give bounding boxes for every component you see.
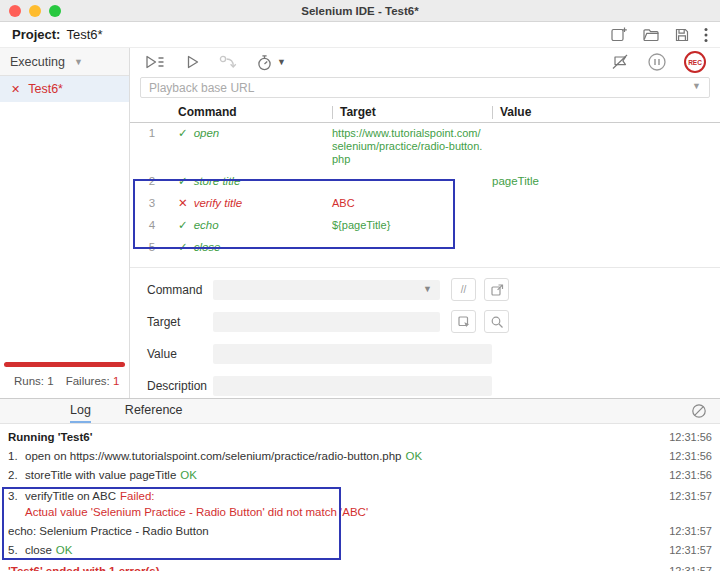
log-timestamp: 12:31:57 (669, 525, 712, 538)
pause-on-exceptions-button[interactable] (647, 52, 667, 72)
test-failed-x-icon: ✕ (11, 83, 20, 96)
test-sidebar: Executing ▼ ✕ Test6* Runs: 1 Failures: 1 (0, 48, 130, 398)
close-window-button[interactable] (9, 5, 21, 17)
row-target (332, 175, 492, 188)
main-panel: ▼ REC ▼ Command Target Value (130, 48, 720, 398)
log-entry-status: OK (406, 450, 423, 462)
command-row-3[interactable]: 3✕verify titleABC (130, 193, 720, 215)
test-list-item[interactable]: ✕ Test6* (0, 76, 129, 102)
window-controls (0, 5, 61, 17)
playback-url-row: ▼ (130, 76, 720, 102)
tab-log[interactable]: Log (70, 403, 91, 423)
row-number: 1 (130, 127, 174, 166)
log-entry-text: close (25, 544, 52, 556)
playback-toolbar: ▼ REC (130, 48, 720, 76)
log-entry: Running 'Test6'12:31:56 (0, 428, 720, 447)
command-table-body: 1✓openhttps://www.tutorialspoint.com/sel… (130, 123, 720, 259)
row-target: https://www.tutorialspoint.com/selenium/… (332, 127, 492, 166)
tests-dropdown-label: Executing (10, 55, 65, 69)
test-speed-control[interactable]: ▼ (256, 54, 286, 71)
command-select[interactable]: ▼ (213, 280, 440, 300)
target-input[interactable] (213, 312, 440, 332)
command-text: echo (194, 219, 219, 232)
row-number: 3 (130, 197, 174, 210)
select-target-button[interactable] (451, 310, 476, 333)
search-target-icon[interactable] (484, 310, 509, 333)
open-new-window-button[interactable] (484, 278, 509, 301)
command-row-5[interactable]: 5✓close (130, 237, 720, 259)
log-entry-status: OK (180, 469, 197, 481)
step-over-button[interactable] (219, 54, 237, 70)
log-entry-number: 5. (8, 544, 25, 557)
disable-breakpoints-button[interactable] (610, 53, 630, 71)
chevron-down-icon: ▼ (277, 57, 286, 67)
row-value: pageTitle (492, 175, 720, 188)
run-current-test-button[interactable] (185, 54, 200, 70)
value-input[interactable] (213, 344, 492, 364)
check-icon: ✓ (178, 219, 188, 232)
row-target: ${pageTitle} (332, 219, 492, 232)
zoom-window-button[interactable] (49, 5, 61, 17)
description-input[interactable] (213, 376, 492, 396)
run-all-tests-button[interactable] (144, 54, 166, 70)
command-row-4[interactable]: 4✓echo${pageTitle} (130, 215, 720, 237)
row-number: 5 (130, 241, 174, 254)
new-project-icon[interactable] (610, 26, 628, 43)
run-summary: Runs: 1 Failures: 1 (0, 362, 129, 398)
row-value (492, 197, 720, 210)
failures-count: Failures: 1 (66, 375, 120, 387)
row-value (492, 219, 720, 232)
row-value (492, 127, 720, 166)
log-entry-number: 2. (8, 469, 25, 482)
test-name: Test6* (28, 82, 63, 96)
log-entry-text: verifyTitle on ABC (25, 490, 116, 502)
row-command: ✓open (174, 127, 332, 166)
row-target (332, 241, 492, 254)
open-project-icon[interactable] (642, 27, 660, 42)
command-text: verify title (194, 197, 243, 210)
log-entry-status: Failed: (120, 490, 155, 502)
target-column-header: Target (332, 106, 492, 119)
row-command: ✕verify title (174, 197, 332, 210)
project-label: Project: (12, 27, 60, 42)
playback-url-input[interactable] (140, 77, 710, 98)
titlebar: Selenium IDE - Test6* (0, 0, 720, 22)
log-entry: 'Test6' ended with 1 error(s)12:31:57 (0, 562, 720, 571)
log-entry-text: open on https://www.tutorialspoint.com/s… (25, 450, 402, 462)
chevron-down-icon: ▼ (692, 81, 701, 91)
log-entry-number: 1. (8, 450, 25, 463)
command-text: close (194, 241, 221, 254)
log-entry: 5.closeOK12:31:57 (0, 541, 720, 560)
runs-count: Runs: 1 (14, 375, 54, 387)
row-value (492, 241, 720, 254)
minimize-window-button[interactable] (29, 5, 41, 17)
log-entries: Running 'Test6'12:31:561.open on https:/… (0, 424, 720, 571)
row-command: ✓echo (174, 219, 332, 232)
chevron-down-icon: ▼ (423, 284, 432, 294)
tests-dropdown[interactable]: Executing ▼ (0, 48, 129, 76)
save-project-icon[interactable] (674, 27, 690, 43)
annotation-box-log: 3.verifyTitle on ABCFailed:Actual value … (0, 487, 720, 560)
value-column-header: Value (492, 106, 720, 119)
comment-toggle-button[interactable]: // (451, 278, 476, 301)
value-field-label: Value (147, 347, 213, 361)
description-field-label: Description (147, 379, 213, 393)
command-text: open (194, 127, 220, 140)
log-timestamp: 12:31:56 (669, 469, 712, 482)
command-text: store title (194, 175, 241, 188)
log-timestamp: 12:31:57 (669, 565, 712, 571)
log-entry-status: OK (56, 544, 73, 556)
row-number: 4 (130, 219, 174, 232)
log-entry-detail: Actual value 'Selenium Practice - Radio … (8, 506, 659, 519)
row-number: 2 (130, 175, 174, 188)
kebab-menu-icon[interactable] (704, 27, 708, 43)
command-edit-form: Command ▼ // Target Valu (130, 268, 720, 396)
record-button[interactable]: REC (684, 51, 706, 73)
clear-log-icon[interactable] (691, 403, 707, 419)
command-row-1[interactable]: 1✓openhttps://www.tutorialspoint.com/sel… (130, 123, 720, 171)
tab-reference[interactable]: Reference (125, 403, 183, 423)
command-row-2[interactable]: 2✓store titlepageTitle (130, 171, 720, 193)
log-panel: Log Reference Running 'Test6'12:31:561.o… (0, 398, 720, 571)
check-icon: ✓ (178, 127, 188, 140)
log-timestamp: 12:31:56 (669, 450, 712, 463)
